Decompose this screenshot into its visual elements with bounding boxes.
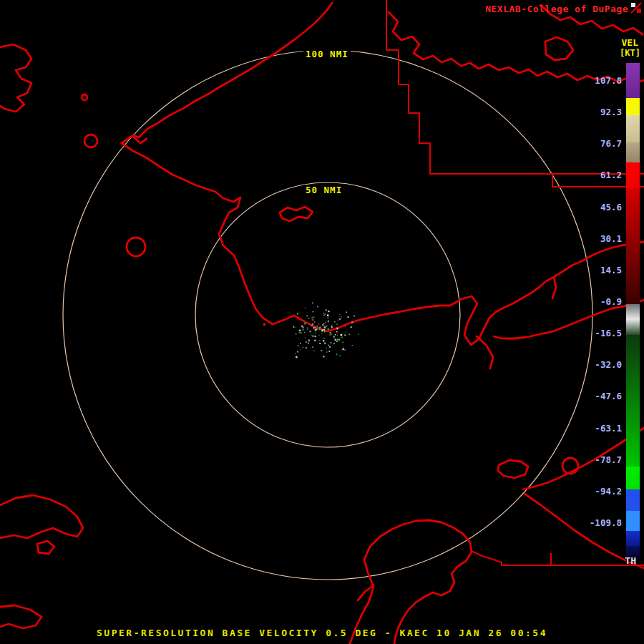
echo-pixel [339,318,341,320]
echo-pixel [323,323,324,324]
echo-pixel [326,352,327,353]
echo-pixel [318,323,319,324]
small-lake-outline [280,207,313,221]
colorbar-title: VEL [622,37,638,48]
colorbar-segment [626,511,640,531]
colorbar-segment [626,467,640,489]
echo-pixel [318,335,319,336]
echo-pixel [325,343,326,344]
colorbar-tick: -0.9 [600,296,622,307]
radar-map [0,0,644,644]
echo-pixel [294,327,296,328]
colorbar-segment [626,489,640,511]
echo-pixel [303,327,305,328]
coastline-arc [122,3,332,143]
echo-pixel [326,322,326,323]
colorbar-tick: 61.2 [600,170,622,180]
echo-pixel [319,340,320,341]
echo-pixel [323,329,325,331]
echo-pixel [324,342,326,343]
echo-pixel [306,341,307,343]
echo-pixel [301,326,303,328]
colorbar-tick: -47.6 [595,391,622,401]
echo-pixel [321,350,322,351]
echo-pixel [346,312,348,313]
echo-pixel [333,336,335,338]
echo-pixel [349,334,351,336]
echo-pixel [293,326,294,328]
brand-text: NEXLAB-College of DuPage [485,4,628,14]
echo-pixel [308,343,309,344]
echo-pixel [328,317,328,318]
echo-pixel [341,334,343,336]
colorbar-tick: 107.8 [595,75,622,86]
colorbar-tick: -109.8 [590,517,622,528]
echo-pixel [313,328,315,329]
echo-pixel [324,338,325,338]
left-bottom-blob [0,495,83,538]
echo-pixel [308,328,308,329]
left-bottom-small [37,541,54,554]
colorbar-segment [626,335,640,467]
echo-pixel [299,332,301,333]
echo-pixel [328,311,329,313]
coastline-main [122,143,450,331]
echo-pixel [308,318,309,318]
colorbar-tick: 92.3 [600,107,622,117]
echo-pixel [300,343,301,344]
peninsula-branch [477,336,493,369]
echo-pixel [339,340,340,341]
echo-pixel [337,335,338,336]
echo-pixel [329,351,331,352]
echo-pixel [335,334,336,336]
echo-pixel [321,329,323,331]
echo-pixel [323,315,324,316]
topright-river-1 [389,12,644,82]
echo-pixel [315,329,316,331]
echo-pixel [307,328,308,328]
echo-pixel [358,333,359,335]
echo-pixel [341,316,342,318]
echo-pixel [337,338,338,340]
echo-pixel [306,316,308,317]
small-circle-1 [84,135,97,147]
echo-pixel [298,345,299,346]
echo-pixel [296,333,296,334]
echo-pixel [311,326,313,327]
echo-pixel [313,316,315,318]
radar-display: NEXLAB-College of DuPage VEL [KT] 107.89… [0,0,644,644]
echo-pixel [303,329,304,331]
echo-pixel [297,351,298,353]
echo-pixel [319,328,321,329]
echo-pixel [312,303,313,304]
cod-logo-icon [630,2,642,14]
ring-label-50nmi: 50 NMI [303,185,344,195]
echo-pixel [333,343,335,344]
echo-pixel [336,353,338,355]
colorbar-tick: -94.2 [595,486,622,497]
echo-pixel [312,335,314,337]
colorbar-segment [626,188,640,304]
echo-pixel [295,353,296,354]
echo-pixel [348,316,349,318]
colorbar-segment [626,162,640,188]
colorbar-tick: -78.7 [595,454,622,465]
bottom-lake-outline [350,520,472,643]
echo-pixel [317,326,318,327]
echo-pixel [263,323,265,326]
echo-pixel [321,333,323,335]
echo-pixel [328,328,330,331]
echo-pixel [308,340,311,342]
echo-pixel [314,340,316,341]
colorbar-units: [KT] [620,48,640,58]
echo-pixel [319,343,321,344]
echo-pixel [309,331,311,332]
echo-pixel [301,333,302,334]
echo-pixel [316,333,316,333]
small-circle-4 [82,94,87,100]
echo-pixel [345,326,346,327]
corner-blob [0,605,42,628]
echo-pixel [317,328,318,329]
echo-pixel [305,338,306,338]
echo-pixel [346,331,346,332]
